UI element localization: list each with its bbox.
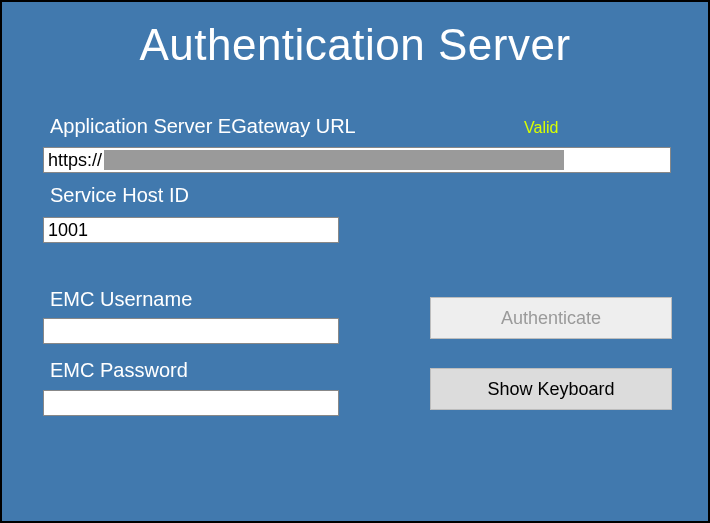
egateway-url-redaction xyxy=(104,150,564,170)
auth-server-panel: Authentication Server Application Server… xyxy=(0,0,710,523)
service-host-id-input[interactable] xyxy=(43,217,339,243)
egateway-url-rest xyxy=(564,148,670,172)
show-keyboard-button[interactable]: Show Keyboard xyxy=(430,368,672,410)
egateway-url-prefix: https:// xyxy=(44,148,104,172)
emc-password-input[interactable] xyxy=(43,390,339,416)
emc-username-label: EMC Username xyxy=(50,288,192,311)
service-host-id-label: Service Host ID xyxy=(50,184,189,207)
emc-username-input[interactable] xyxy=(43,318,339,344)
authenticate-button[interactable]: Authenticate xyxy=(430,297,672,339)
emc-password-label: EMC Password xyxy=(50,359,188,382)
egateway-url-field[interactable]: https:// xyxy=(43,147,671,173)
egateway-url-label: Application Server EGateway URL xyxy=(50,115,356,138)
page-title: Authentication Server xyxy=(2,20,708,70)
egateway-url-status: Valid xyxy=(524,119,558,137)
